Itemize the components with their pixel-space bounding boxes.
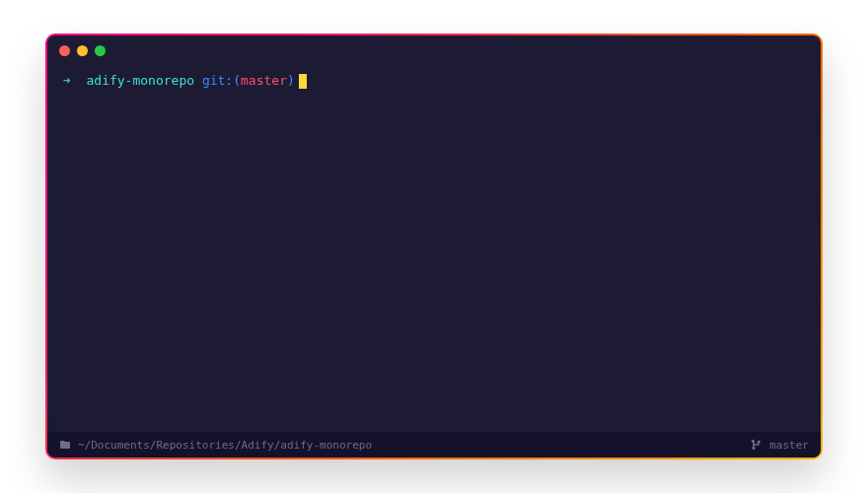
status-path: ~/Documents/Repositories/Adify/adify-mon…: [78, 439, 372, 452]
spacer: [71, 71, 87, 92]
prompt-arrow-icon: ➜: [63, 71, 71, 92]
prompt-paren-close: ): [287, 71, 295, 92]
terminal-inner: ➜ adify-monorepo git:(master) ~/Document…: [47, 35, 821, 458]
status-branch: master: [769, 439, 809, 452]
git-branch-icon: [751, 439, 762, 451]
close-button[interactable]: [59, 45, 70, 56]
prompt-git-label: git:: [202, 71, 233, 92]
maximize-button[interactable]: [95, 45, 106, 56]
prompt-paren-open: (: [233, 71, 241, 92]
status-right: master: [751, 439, 809, 452]
titlebar: [47, 35, 821, 65]
prompt-line: ➜ adify-monorepo git:(master): [63, 71, 805, 92]
cursor: [299, 74, 307, 89]
terminal-window: ➜ adify-monorepo git:(master) ~/Document…: [45, 34, 823, 459]
folder-icon: [59, 439, 71, 451]
prompt-directory: adify-monorepo: [86, 71, 194, 92]
status-left: ~/Documents/Repositories/Adify/adify-mon…: [59, 439, 372, 452]
minimize-button[interactable]: [77, 45, 88, 56]
spacer: [194, 71, 202, 92]
terminal-body[interactable]: ➜ adify-monorepo git:(master): [47, 65, 821, 432]
statusbar: ~/Documents/Repositories/Adify/adify-mon…: [47, 432, 821, 458]
prompt-branch: master: [241, 71, 287, 92]
